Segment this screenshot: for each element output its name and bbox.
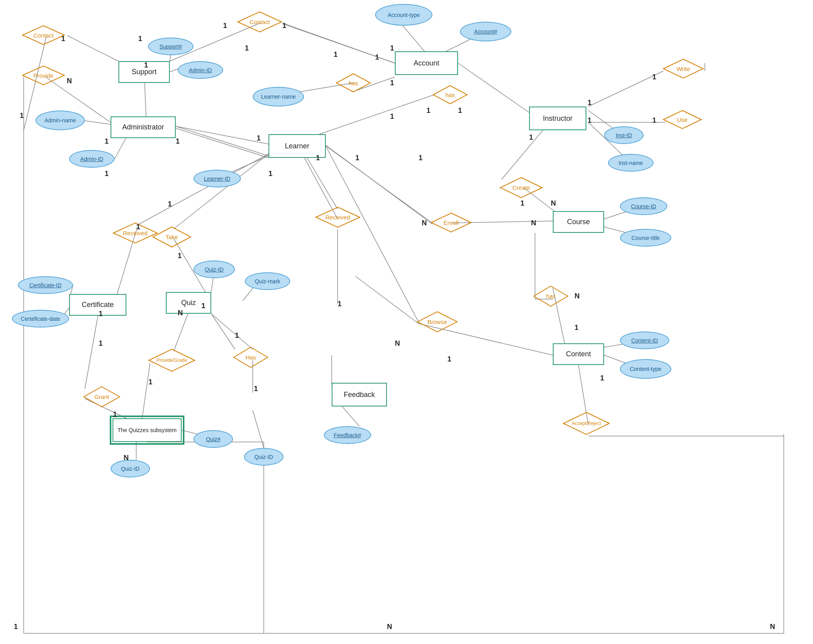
- entity-account: Account: [395, 51, 458, 75]
- card-2: 1: [282, 22, 286, 30]
- svg-line-28: [85, 121, 111, 124]
- card-41: N: [124, 454, 129, 462]
- card-32: 1: [355, 154, 359, 162]
- attr-cert-id: Certificate-ID: [18, 276, 73, 294]
- card-46: 1: [176, 137, 180, 146]
- attr-inst-id: Inst-ID: [604, 126, 644, 144]
- rel-received2: Received: [315, 206, 360, 228]
- svg-line-31: [176, 126, 268, 144]
- attr-quiz-id-sub: Quiz-ID: [111, 460, 150, 477]
- card-42: 1: [600, 374, 604, 382]
- attr-quiz-id: Quiz-ID: [193, 260, 235, 278]
- rel-has-learner: has: [336, 73, 371, 93]
- card-28: 1: [316, 154, 320, 162]
- card-36: 1: [148, 378, 152, 386]
- attr-inst-name: Inst-name: [608, 154, 653, 172]
- entity-certificate: Certificate: [69, 294, 126, 316]
- svg-line-71: [326, 146, 419, 324]
- svg-line-24: [355, 276, 419, 324]
- card-39: 1: [99, 339, 103, 348]
- attr-account-num: Account#: [460, 22, 511, 41]
- svg-line-73: [176, 126, 268, 156]
- card-10: 1: [390, 79, 394, 87]
- attr-quiz-mark: Quiz-mark: [245, 272, 290, 290]
- card-20: 1: [419, 154, 422, 162]
- card-6: 1: [138, 35, 142, 43]
- card-15: 1: [652, 116, 656, 125]
- card-22: N: [531, 219, 536, 227]
- card-4: 1: [334, 51, 338, 59]
- svg-line-8: [458, 63, 529, 112]
- entity-course: Course: [553, 211, 604, 233]
- card-7: 1: [20, 112, 24, 120]
- attr-quiz-num: Quiz#: [193, 430, 233, 448]
- card-14: 1: [588, 99, 591, 107]
- attr-admin-name: Admin-name: [36, 110, 85, 130]
- card-18: 1: [520, 199, 524, 208]
- card-47: 1: [105, 170, 109, 178]
- entity-administrator: Administrator: [111, 116, 176, 138]
- card-49: 1: [268, 170, 272, 178]
- attr-course-title: Course-title: [620, 229, 671, 247]
- entity-quizzes-subsystem: The Quizzes subsystem: [113, 418, 182, 442]
- card-43: N: [770, 623, 775, 631]
- card-44: 1: [14, 623, 18, 631]
- svg-line-68: [253, 410, 264, 448]
- card-24: 1: [99, 310, 103, 318]
- card-35: N: [178, 309, 183, 317]
- card-11: 1: [426, 107, 430, 115]
- rel-browse: Browse: [417, 311, 458, 333]
- card-12: 1: [458, 107, 462, 115]
- card-29: 1: [338, 300, 342, 308]
- rel-create: Create: [499, 177, 543, 198]
- card-37: 1: [235, 331, 239, 340]
- svg-line-7: [308, 95, 434, 138]
- card-19: N: [551, 199, 556, 208]
- attr-learner-id: Learner-ID: [193, 170, 241, 187]
- attr-account-type: Account-type: [375, 4, 432, 26]
- attr-admin-id2: Admin-ID: [69, 150, 115, 168]
- entity-content: Content: [553, 343, 604, 365]
- rel-provide: Provide: [22, 65, 65, 86]
- rel-enroll: Enroll: [430, 212, 472, 233]
- entity-feedback: Feedback: [332, 383, 387, 406]
- rel-contact-left: Contact: [22, 25, 65, 45]
- card-5: 1: [61, 35, 65, 43]
- svg-line-66: [211, 314, 235, 349]
- svg-line-42: [174, 154, 268, 229]
- attr-learner-name: Learner-name: [253, 87, 304, 107]
- svg-line-48: [85, 316, 98, 389]
- er-diagram: Account Support Administrator Learner In…: [0, 0, 813, 644]
- rel-contact-top: Contact: [237, 11, 282, 33]
- card-45: N: [387, 623, 392, 631]
- card-27: 1: [201, 302, 205, 310]
- svg-line-38: [137, 154, 268, 225]
- card-48: 1: [257, 134, 261, 142]
- card-34: 1: [447, 355, 451, 363]
- card-1: 1: [223, 22, 227, 30]
- rel-provide-grade: Provide/Grade: [148, 348, 195, 372]
- rel-received1: Received: [113, 222, 158, 244]
- card-51: 1: [245, 44, 249, 52]
- attr-course-id: Course-ID: [620, 197, 667, 215]
- attr-cert-date: Certeficate-date: [12, 310, 69, 328]
- rel-use: Use: [663, 110, 702, 129]
- entity-instructor: Instructor: [529, 107, 586, 130]
- card-21: N: [422, 219, 427, 227]
- attr-content-type: Content-type: [620, 359, 671, 379]
- card-3: 1: [375, 53, 379, 62]
- card-23: 1: [168, 200, 172, 208]
- card-52: 1: [390, 44, 394, 52]
- card-26: 1: [178, 252, 182, 260]
- rel-accept-reject: Accept/Reject: [563, 412, 610, 435]
- svg-line-74: [176, 128, 268, 158]
- rel-has-instructor: has: [432, 85, 468, 105]
- card-38: 1: [254, 385, 258, 393]
- attr-support-num: Support#: [148, 37, 193, 55]
- card-16: 1: [588, 116, 591, 125]
- card-30: N: [575, 292, 580, 300]
- attr-feedback-num: Feedback#: [324, 426, 371, 444]
- attr-content-id: Content-ID: [620, 331, 669, 349]
- card-50: 1: [144, 61, 148, 69]
- attr-admin-id-support: Admin-ID: [178, 61, 223, 79]
